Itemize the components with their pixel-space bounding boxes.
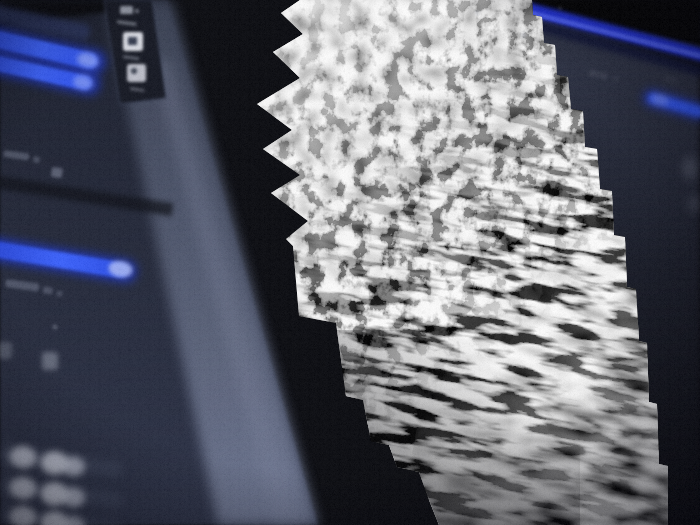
photo-grain-overlay bbox=[0, 0, 700, 525]
screen-scene bbox=[0, 0, 700, 525]
photo-of-screen: Angled close-up photograph of a dark-the… bbox=[0, 0, 700, 525]
